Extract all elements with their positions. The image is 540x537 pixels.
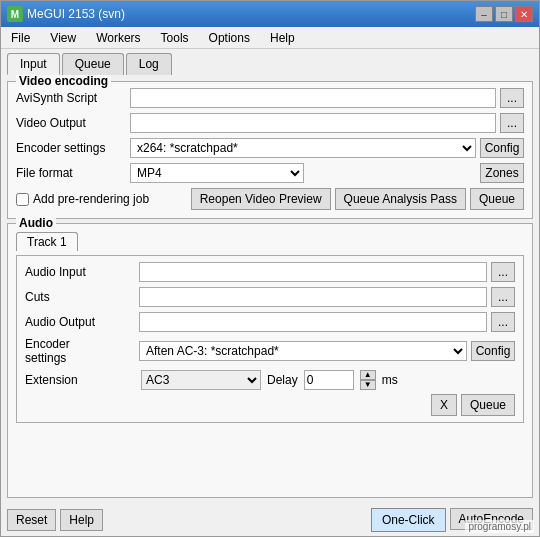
file-format-row: File format MP4 Zones — [16, 163, 524, 183]
delay-up-button[interactable]: ▲ — [360, 370, 376, 380]
main-content: Video encoding AviSynth Script ... Video… — [1, 75, 539, 504]
avisynth-input[interactable] — [130, 88, 496, 108]
pre-rendering-label: Add pre-rendering job — [33, 192, 149, 206]
menu-workers[interactable]: Workers — [90, 29, 146, 47]
audio-output-input[interactable] — [139, 312, 487, 332]
zones-button[interactable]: Zones — [480, 163, 524, 183]
menu-options[interactable]: Options — [203, 29, 256, 47]
main-window: M MeGUI 2153 (svn) – □ ✕ File View Worke… — [0, 0, 540, 537]
window-title: MeGUI 2153 (svn) — [27, 7, 125, 21]
close-button[interactable]: ✕ — [515, 6, 533, 22]
extension-select[interactable]: AC3 — [141, 370, 261, 390]
cuts-browse-button[interactable]: ... — [491, 287, 515, 307]
audio-queue-button[interactable]: Queue — [461, 394, 515, 416]
reopen-video-preview-button[interactable]: Reopen Video Preview — [191, 188, 331, 210]
video-output-label: Video Output — [16, 116, 126, 130]
audio-x-button[interactable]: X — [431, 394, 457, 416]
video-output-browse-button[interactable]: ... — [500, 113, 524, 133]
audio-group: Audio Track 1 Audio Input ... Cuts ... — [7, 223, 533, 498]
tab-log[interactable]: Log — [126, 53, 172, 75]
avisynth-row: AviSynth Script ... — [16, 88, 524, 108]
audio-input-label: Audio Input — [25, 265, 135, 279]
queue-analysis-pass-button[interactable]: Queue Analysis Pass — [335, 188, 466, 210]
audio-input-row: Audio Input ... — [25, 262, 515, 282]
video-output-input[interactable] — [130, 113, 496, 133]
encoder-settings-label: Encoder settings — [16, 141, 126, 155]
video-encoding-group: Video encoding AviSynth Script ... Video… — [7, 81, 533, 219]
help-button[interactable]: Help — [60, 509, 103, 531]
ms-label: ms — [382, 373, 398, 387]
reset-button[interactable]: Reset — [7, 509, 56, 531]
video-queue-button[interactable]: Queue — [470, 188, 524, 210]
video-encoding-label: Video encoding — [16, 75, 111, 88]
encoder-settings-row: Encoder settings x264: *scratchpad* Conf… — [16, 138, 524, 158]
app-icon: M — [7, 6, 23, 22]
audio-content: Audio Input ... Cuts ... Audio Output ..… — [16, 255, 524, 423]
cuts-row: Cuts ... — [25, 287, 515, 307]
delay-input[interactable] — [304, 370, 354, 390]
title-bar-left: M MeGUI 2153 (svn) — [7, 6, 125, 22]
audio-output-row: Audio Output ... — [25, 312, 515, 332]
menu-view[interactable]: View — [44, 29, 82, 47]
tab-input[interactable]: Input — [7, 53, 60, 75]
main-tab-bar: Input Queue Log — [1, 49, 539, 75]
delay-label: Delay — [267, 373, 298, 387]
audio-encoder-select[interactable]: Aften AC-3: *scratchpad* — [139, 341, 467, 361]
extension-label: Extension — [25, 373, 135, 387]
menu-file[interactable]: File — [5, 29, 36, 47]
video-output-row: Video Output ... — [16, 113, 524, 133]
menu-bar: File View Workers Tools Options Help — [1, 27, 539, 49]
audio-output-browse-button[interactable]: ... — [491, 312, 515, 332]
extension-row: Extension AC3 Delay ▲ ▼ ms — [25, 370, 515, 390]
audio-input-field[interactable] — [139, 262, 487, 282]
audio-encoder-label: Encodersettings — [25, 337, 135, 365]
audio-input-browse-button[interactable]: ... — [491, 262, 515, 282]
cuts-label: Cuts — [25, 290, 135, 304]
avisynth-browse-button[interactable]: ... — [500, 88, 524, 108]
audio-config-button[interactable]: Config — [471, 341, 515, 361]
menu-tools[interactable]: Tools — [155, 29, 195, 47]
pre-rendering-checkbox[interactable] — [16, 193, 29, 206]
title-bar: M MeGUI 2153 (svn) – □ ✕ — [1, 1, 539, 27]
delay-down-button[interactable]: ▼ — [360, 380, 376, 390]
footer-row: Reset Help One-Click AutoEncode — [1, 504, 539, 536]
watermark: programosy.pl — [465, 520, 534, 533]
audio-group-label: Audio — [16, 216, 56, 230]
audio-tab-bar: Track 1 — [16, 232, 524, 251]
cuts-input[interactable] — [139, 287, 487, 307]
audio-tab-track1[interactable]: Track 1 — [16, 232, 78, 251]
audio-output-label: Audio Output — [25, 315, 135, 329]
delay-spinner: ▲ ▼ — [360, 370, 376, 390]
file-format-label: File format — [16, 166, 126, 180]
one-click-button[interactable]: One-Click — [371, 508, 446, 532]
avisynth-label: AviSynth Script — [16, 91, 126, 105]
minimize-button[interactable]: – — [475, 6, 493, 22]
tab-queue[interactable]: Queue — [62, 53, 124, 75]
audio-bottom-row: X Queue — [25, 394, 515, 416]
title-buttons: – □ ✕ — [475, 6, 533, 22]
file-format-select[interactable]: MP4 — [130, 163, 304, 183]
action-row: Add pre-rendering job Reopen Video Previ… — [16, 188, 524, 210]
menu-help[interactable]: Help — [264, 29, 301, 47]
encoder-config-button[interactable]: Config — [480, 138, 524, 158]
encoder-settings-select[interactable]: x264: *scratchpad* — [130, 138, 476, 158]
footer-left: Reset Help — [7, 509, 103, 531]
audio-encoder-row: Encodersettings Aften AC-3: *scratchpad*… — [25, 337, 515, 365]
maximize-button[interactable]: □ — [495, 6, 513, 22]
